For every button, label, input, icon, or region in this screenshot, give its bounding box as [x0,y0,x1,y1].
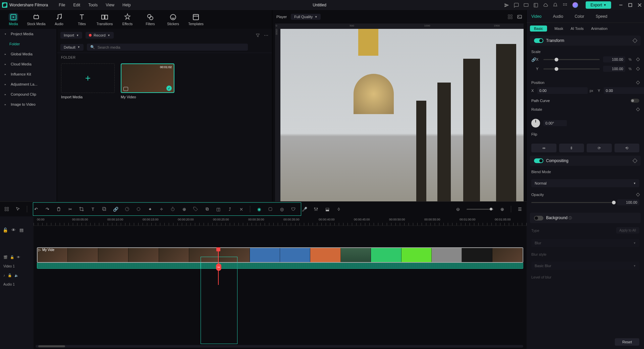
marker-icon[interactable]: ◊ [336,206,341,212]
flip-v-button[interactable]: ⇕ [559,144,584,152]
export-clip-icon[interactable]: ⬓ [325,206,330,212]
nav-compound[interactable]: ▸Compound Clip [0,89,57,99]
effects-icon[interactable]: ✧ [159,206,164,212]
record-vo-icon[interactable]: ◎ [279,206,284,212]
tab-media[interactable]: Media [4,12,23,27]
nav-project-media[interactable]: ▾Project Media [0,29,57,39]
sort-default[interactable]: Default▼ [60,44,84,51]
keyframe-icon[interactable] [636,57,640,61]
search-input[interactable]: 🔍 [87,44,248,51]
media-clip[interactable]: 00:01:02 ✓ My Video [121,63,174,99]
apps-icon[interactable] [562,3,568,8]
tab-filters[interactable]: Filters [141,12,160,27]
lock-icon[interactable]: 🔓 [8,273,12,277]
mic-icon[interactable]: 🎤 [302,206,307,212]
nav-influence[interactable]: ▸Influence Kit [0,69,57,79]
insp-sub-anim[interactable]: Animation [591,27,607,31]
tab-audio[interactable]: Audio [50,12,68,27]
minimize-icon[interactable] [619,3,623,7]
rotate-wheel[interactable] [531,119,540,128]
video-track[interactable]: ▷My Vide [34,247,527,269]
flip-h-button[interactable]: ⇔ [531,144,556,152]
scale-x-value[interactable]: 100.00 [603,56,625,62]
nav-global[interactable]: ▸Global Media [0,49,57,59]
lock-icon[interactable]: 🔓 [10,255,14,259]
stopwatch-icon[interactable] [170,206,175,212]
path-curve-toggle[interactable] [631,99,639,103]
color-icon[interactable] [136,206,141,212]
split-view-icon[interactable]: ◫ [216,206,221,212]
tab-titles[interactable]: Titles [72,12,91,27]
image-view-icon[interactable] [517,14,522,19]
speed-icon[interactable] [124,206,130,212]
unlink-icon[interactable]: ⤫ [238,206,244,212]
track-add-icon[interactable]: ▤ [19,227,24,233]
user-avatar[interactable] [572,2,578,8]
rotate-ccw-button[interactable]: ⟲ [614,144,640,152]
menu-help[interactable]: Help [118,3,135,7]
tag-icon[interactable] [193,206,198,212]
text-icon[interactable]: T [90,206,96,212]
insp-tab-audio[interactable]: Audio [551,14,565,19]
monitor-icon[interactable] [524,3,529,8]
menu-view[interactable]: View [102,3,118,7]
rotate-value[interactable]: 0.00° [543,120,567,126]
zoom-out-icon[interactable]: ⊖ [455,206,461,212]
ai-icon[interactable] [268,206,273,212]
message-icon[interactable] [514,3,519,8]
zoom-in-icon[interactable]: ⊕ [499,206,505,212]
cloud-icon[interactable] [543,3,548,8]
delete-icon[interactable] [56,206,61,212]
insp-sub-basic[interactable]: Basic [530,26,547,32]
mute-all-icon[interactable]: 👁 [11,227,16,233]
rotate-cw-button[interactable]: ⟳ [587,144,612,152]
insp-sub-ai[interactable]: AI Tools [571,27,584,31]
track-options-icon[interactable]: ☰ [517,206,523,212]
zoom-slider[interactable] [467,209,493,210]
import-slot[interactable]: + Import Media [61,63,115,99]
section-background[interactable]: Background ⓘ [530,213,641,223]
keyframe-icon[interactable] [636,107,640,111]
scale-y-slider[interactable] [543,68,600,69]
link-icon[interactable]: 🔗 [531,56,536,63]
pos-x-input[interactable] [537,87,588,94]
scale-x-slider[interactable] [543,59,600,60]
blend-select[interactable]: Normal▼ [531,179,639,187]
detach-icon[interactable]: ⤴ [227,206,232,212]
insp-tab-video[interactable]: Video [530,14,543,19]
export-button[interactable]: Export▼ [586,1,611,9]
shield-icon[interactable]: 🛡 [290,206,296,212]
eye-icon[interactable]: 👁 [17,255,20,259]
green-screen-icon[interactable]: ◉ [256,206,262,212]
tab-stock[interactable]: Stock Media [27,12,46,27]
redo-icon[interactable]: ↷ [45,206,50,212]
grid-view-icon[interactable] [507,14,513,19]
group-icon[interactable]: ⧉ [204,206,210,212]
transform-toggle[interactable] [534,38,543,43]
keyframe-icon[interactable] [633,158,637,163]
keyframe-icon[interactable] [636,193,640,196]
section-transform[interactable]: Transform [530,36,641,46]
record-dropdown[interactable]: Record▼ [86,32,113,39]
keyframe-icon[interactable] [636,81,640,84]
menu-file[interactable]: File [55,3,69,7]
import-dropdown[interactable]: Import▼ [60,32,82,39]
keyframe-icon[interactable] [633,38,637,43]
nav-img2vid[interactable]: ▸Image to Video [0,99,57,109]
menu-tools[interactable]: Tools [84,3,102,7]
nav-cloud[interactable]: ▸Cloud Media [0,59,57,69]
select-icon[interactable] [15,206,21,212]
video-track-header[interactable]: 🎬🔓👁 [0,253,34,262]
nav-adjustment[interactable]: ▸Adjustment La... [0,79,57,89]
menu-edit[interactable]: Edit [69,3,85,7]
enhance-icon[interactable]: ✦ [147,206,153,212]
reset-button[interactable]: Reset [615,338,639,346]
compositing-toggle[interactable] [534,158,543,163]
insp-tab-color[interactable]: Color [573,14,586,19]
crop-icon[interactable] [79,206,84,212]
more-icon[interactable] [264,33,269,38]
apply-all-button[interactable]: Apply to All [616,227,639,234]
time-ruler[interactable]: 00:00 00:00:05:00 00:00:10:00 00:00:15:0… [34,216,527,226]
timeline-scrollbar[interactable] [36,345,523,348]
link-icon[interactable]: 🔗 [113,206,118,212]
